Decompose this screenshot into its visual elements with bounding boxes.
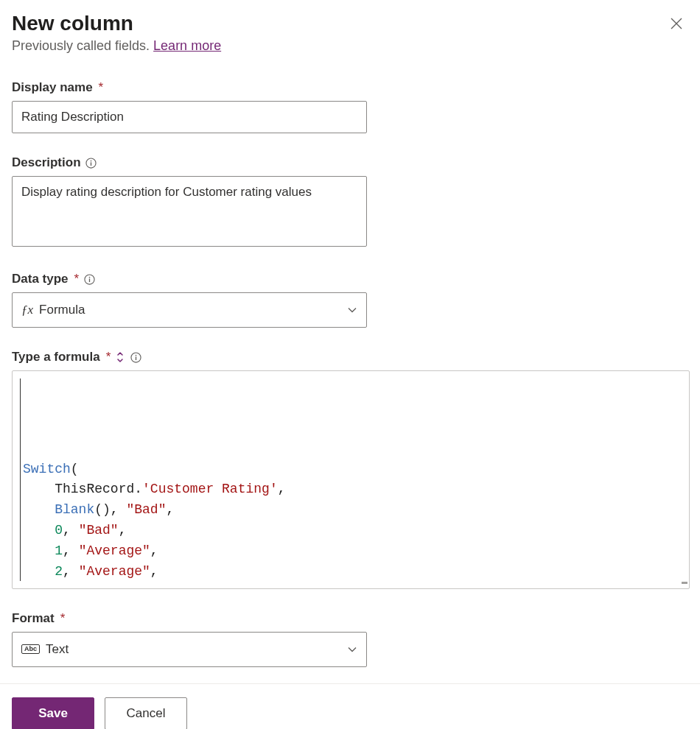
fx-icon: ƒx	[21, 303, 33, 317]
learn-more-link[interactable]: Learn more	[153, 38, 221, 53]
chevron-down-icon	[347, 305, 357, 315]
svg-point-7	[135, 354, 136, 356]
scroll-indicator	[682, 582, 687, 584]
description-field: Description Display rating description f…	[12, 155, 688, 250]
info-icon[interactable]	[130, 351, 141, 363]
text-format-icon: Abc	[21, 644, 40, 654]
required-asterisk: *	[74, 272, 80, 286]
display-name-input[interactable]	[12, 101, 367, 133]
formula-field: Type a formula * Switch( ThisRecord.'Cus…	[12, 350, 688, 589]
chevron-down-icon	[347, 644, 357, 655]
display-name-field: Display name *	[12, 80, 688, 133]
required-asterisk: *	[106, 350, 111, 364]
format-select[interactable]: Abc Text	[12, 632, 367, 667]
data-type-field: Data type * ƒx Formula	[12, 272, 688, 328]
svg-rect-8	[136, 356, 136, 360]
page-title: New column	[12, 12, 221, 35]
description-input[interactable]: Display rating description for Customer …	[12, 176, 367, 247]
required-asterisk: *	[99, 80, 104, 95]
data-type-label: Data type	[12, 272, 69, 286]
info-icon[interactable]	[83, 273, 95, 285]
svg-point-4	[88, 276, 90, 278]
svg-rect-5	[89, 278, 90, 282]
format-label: Format	[12, 611, 55, 626]
close-icon	[669, 22, 684, 33]
formula-editor[interactable]: Switch( ThisRecord.'Customer Rating', Bl…	[12, 370, 690, 589]
cancel-button[interactable]: Cancel	[105, 697, 187, 729]
text-cursor	[20, 378, 21, 581]
info-icon[interactable]	[85, 157, 97, 169]
required-asterisk: *	[60, 611, 66, 626]
close-button[interactable]	[665, 12, 688, 35]
data-type-select[interactable]: ƒx Formula	[12, 292, 367, 328]
footer-bar: Save Cancel	[0, 683, 700, 729]
format-field: Format * Abc Text	[12, 611, 688, 667]
expand-icon[interactable]	[115, 352, 125, 362]
subtitle-text: Previously called fields.	[12, 38, 153, 53]
svg-point-1	[91, 160, 92, 161]
format-value: Text	[46, 642, 69, 657]
data-type-value: Formula	[39, 303, 85, 317]
svg-rect-2	[91, 162, 91, 166]
formula-label: Type a formula	[12, 350, 100, 364]
save-button[interactable]: Save	[12, 697, 94, 729]
page-subtitle: Previously called fields. Learn more	[12, 38, 221, 54]
display-name-label: Display name	[12, 80, 93, 95]
description-label: Description	[12, 155, 81, 170]
